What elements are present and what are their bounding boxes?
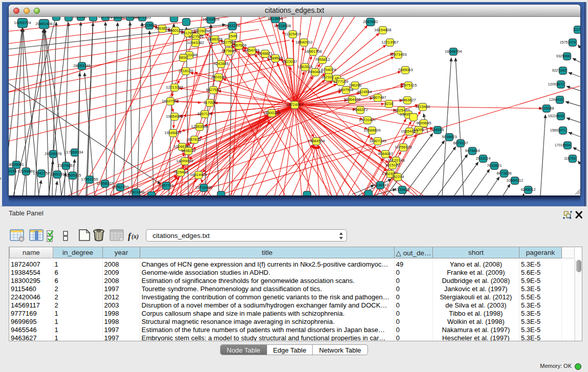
svg-text:10756928: 10756928 [395,145,411,149]
svg-text:1546: 1546 [229,34,237,38]
svg-text:2087682: 2087682 [363,19,378,24]
svg-text:1362615: 1362615 [297,64,312,69]
svg-text:18724007: 18724007 [286,102,303,107]
svg-text:7485063: 7485063 [398,68,412,72]
svg-text:12975115: 12975115 [400,83,417,87]
svg-text:12505115: 12505115 [64,173,81,178]
svg-text:746266: 746266 [349,83,361,87]
svg-text:10958107: 10958107 [96,181,113,186]
svg-text:16210643: 16210643 [548,114,564,118]
svg-text:28053346: 28053346 [73,63,90,68]
svg-text:9227343: 9227343 [552,69,566,72]
svg-text:18907249: 18907249 [369,139,386,143]
svg-text:19654985: 19654985 [166,114,183,119]
svg-text:3875685: 3875685 [221,49,236,53]
svg-text:23226058: 23226058 [193,29,210,33]
svg-text:2718120: 2718120 [178,69,193,73]
svg-text:18300295: 18300295 [263,111,280,115]
svg-text:16033809: 16033809 [202,17,219,21]
svg-text:16782759: 16782759 [112,185,128,189]
svg-text:15751074: 15751074 [560,40,576,44]
svg-text:5938923: 5938923 [442,135,456,139]
svg-text:1145191: 1145191 [50,172,65,177]
svg-text:8471636: 8471636 [496,171,511,176]
svg-text:12353594: 12353594 [191,124,208,129]
svg-text:8186328: 8186328 [207,37,222,41]
svg-text:14055724: 14055724 [14,20,31,25]
svg-text:16107552: 16107552 [162,99,179,103]
svg-text:15716485: 15716485 [195,185,212,190]
svg-text:19654923: 19654923 [401,129,418,134]
svg-text:1588520: 1588520 [268,56,282,60]
svg-text:7632621: 7632621 [487,163,502,168]
svg-text:18640910: 18640910 [295,40,312,45]
svg-text:39154: 39154 [9,169,16,173]
svg-text:14136141: 14136141 [372,183,388,187]
svg-text:10653267: 10653267 [72,17,89,19]
svg-text:15692971: 15692971 [550,128,566,132]
svg-text:16914479: 16914479 [190,172,207,177]
svg-text:14099489: 14099489 [176,159,193,163]
svg-text:6679197: 6679197 [453,141,468,145]
svg-text:8990448: 8990448 [308,70,322,74]
svg-text:10807487: 10807487 [369,95,386,100]
svg-text:16154808: 16154808 [374,28,391,32]
svg-text:8267110: 8267110 [198,112,212,116]
svg-text:9474444: 9474444 [465,148,480,153]
svg-text:12156869: 12156869 [17,169,34,173]
svg-text:16671355: 16671355 [134,17,150,19]
svg-text:9245012: 9245012 [520,187,535,192]
svg-text:887835: 887835 [188,137,201,142]
svg-text:2933114: 2933114 [476,156,491,161]
svg-text:7986372: 7986372 [353,107,367,112]
svg-text:6497508: 6497508 [338,87,353,92]
svg-text:17942757: 17942757 [33,171,50,176]
svg-text:1733426: 1733426 [395,187,409,192]
svg-text:9327505: 9327505 [188,34,203,39]
svg-text:16961758: 16961758 [304,49,321,54]
svg-text:1244415: 1244415 [549,98,563,101]
svg-text:1615132: 1615132 [385,163,400,167]
svg-text:116753: 116753 [564,157,576,160]
svg-text:8322037: 8322037 [282,59,297,64]
svg-text:10973493: 10973493 [389,52,406,57]
svg-text:3824554: 3824554 [357,90,372,94]
svg-text:2867608: 2867608 [231,43,246,48]
svg-text:6794078: 6794078 [321,68,336,72]
svg-text:9890: 9890 [179,55,188,60]
svg-text:20691406: 20691406 [35,21,52,26]
svg-text:9084067: 9084067 [378,151,393,156]
svg-text:9777169: 9777169 [333,79,348,84]
svg-text:8813054: 8813054 [268,17,282,21]
svg-text:12213967: 12213967 [381,40,398,45]
svg-text:8454749: 8454749 [244,48,259,53]
svg-text:10654112: 10654112 [507,178,524,183]
svg-text:23975857: 23975857 [57,163,74,168]
svg-text:117006: 117006 [204,100,216,105]
svg-text:252254: 252254 [391,174,404,179]
svg-text:9242845: 9242845 [213,61,228,66]
svg-text:12213383: 12213383 [166,85,183,90]
svg-text:7625402: 7625402 [173,170,188,174]
svg-text:9457791: 9457791 [159,183,173,188]
svg-text:(x): (x) [132,233,139,240]
svg-text:12093872: 12093872 [548,82,564,86]
svg-text:6216: 6216 [385,101,394,106]
svg-text:1117: 1117 [573,28,580,31]
svg-text:20364436: 20364436 [343,97,360,102]
svg-text:8215938: 8215938 [539,106,554,111]
svg-text:20206576: 20206576 [45,151,61,156]
svg-text:17359934: 17359934 [66,150,83,155]
svg-text:7663822: 7663822 [155,26,169,31]
svg-text:19384554: 19384554 [308,139,324,143]
svg-text:17016504: 17016504 [555,143,571,147]
svg-text:16648794: 16648794 [445,49,462,54]
svg-text:citations_edges.txt: citations_edges.txt [153,232,210,239]
svg-text:2803144: 2803144 [211,75,226,79]
svg-text:10543382: 10543382 [187,40,204,45]
svg-text:9329966: 9329966 [556,54,570,58]
svg-text:19218506: 19218506 [274,24,291,28]
svg-text:7857224: 7857224 [225,24,239,28]
svg-text:17957255: 17957255 [81,177,98,182]
svg-text:3498222: 3498222 [181,148,195,153]
